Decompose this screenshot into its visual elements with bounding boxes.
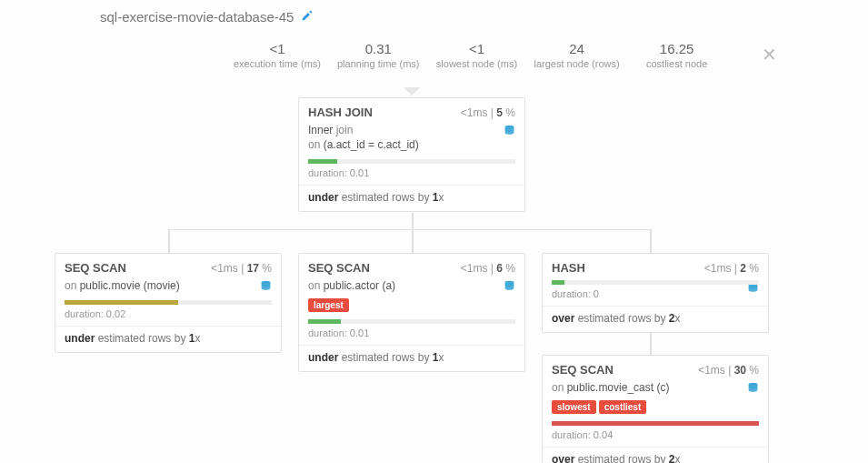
connector — [650, 333, 652, 355]
metrics-row: <1 execution time (ms) 0.31 planning tim… — [234, 41, 777, 69]
metric-execution-time: <1 execution time (ms) — [234, 41, 321, 69]
estimate-label: over estimated rows by 2x — [552, 312, 759, 325]
plan-title: sql-exercise-movie-database-45 — [100, 9, 294, 25]
connector — [650, 229, 652, 253]
metric-largest-node: 24 largest node (rows) — [534, 41, 619, 69]
plan-title-row: sql-exercise-movie-database-45 — [100, 9, 314, 25]
node-stats: <1ms | 5 % — [461, 106, 515, 119]
metric-planning-time: 0.31 planning time (ms) — [337, 41, 419, 69]
node-seq-scan-actor[interactable]: SEQ SCAN <1ms | 6 % on public.actor (a) … — [298, 253, 525, 372]
node-seq-scan-movie[interactable]: SEQ SCAN <1ms | 17 % on public.movie (mo… — [55, 253, 282, 353]
node-title: SEQ SCAN — [552, 363, 614, 377]
duration-label: duration: 0.01 — [308, 327, 515, 338]
node-title: HASH — [552, 261, 585, 275]
connector — [168, 229, 170, 253]
node-seq-scan-movie-cast[interactable]: SEQ SCAN <1ms | 30 % on public.movie_cas… — [542, 355, 769, 463]
estimate-label: under estimated rows by 1x — [308, 351, 515, 364]
database-icon[interactable] — [504, 125, 515, 139]
node-stats: <1ms | 17 % — [211, 262, 272, 275]
duration-label: duration: 0.02 — [65, 308, 272, 319]
duration-label: duration: 0 — [552, 288, 759, 299]
duration-label: duration: 0.01 — [308, 167, 515, 178]
pointer-down-icon — [404, 87, 420, 96]
connector — [168, 229, 650, 253]
duration-bar — [552, 280, 759, 285]
node-detail: on public.movie (movie) — [65, 278, 272, 293]
node-title: HASH JOIN — [308, 106, 373, 119]
tag-largest: largest — [308, 298, 349, 312]
node-detail: on public.movie_cast (c) — [552, 380, 759, 395]
node-title: SEQ SCAN — [65, 261, 126, 275]
tag-costliest: costliest — [599, 400, 647, 414]
duration-bar — [65, 300, 272, 305]
node-stats: <1ms | 2 % — [704, 262, 759, 275]
pencil-icon[interactable] — [301, 9, 314, 25]
node-detail: Inner joinon (a.act_id = c.act_id) — [308, 123, 515, 152]
node-tags: slowestcostliest — [552, 400, 759, 414]
database-icon[interactable] — [260, 280, 272, 295]
estimate-label: under estimated rows by 1x — [308, 191, 515, 204]
database-icon[interactable] — [747, 382, 759, 397]
estimate-label: under estimated rows by 1x — [65, 332, 272, 345]
duration-bar — [552, 421, 759, 426]
connector — [412, 213, 414, 253]
metric-costliest-node: 16.25 costliest node — [636, 41, 718, 69]
duration-bar — [308, 319, 515, 324]
node-stats: <1ms | 6 % — [461, 262, 515, 275]
node-stats: <1ms | 30 % — [698, 364, 759, 377]
node-hash-join[interactable]: HASH JOIN <1ms | 5 % Inner joinon (a.act… — [298, 97, 525, 212]
metric-slowest-node: <1 slowest node (ms) — [435, 41, 517, 69]
node-title: SEQ SCAN — [308, 261, 370, 275]
tag-slowest: slowest — [552, 400, 596, 414]
node-hash[interactable]: HASH <1ms | 2 % duration: 0 over estimat… — [542, 253, 769, 333]
estimate-label: over estimated rows by 2x — [552, 453, 759, 463]
close-icon[interactable]: ✕ — [734, 41, 777, 68]
node-detail: on public.actor (a) — [308, 278, 515, 293]
database-icon[interactable] — [504, 280, 515, 295]
node-tags: largest — [308, 298, 515, 312]
duration-bar — [308, 159, 515, 164]
duration-label: duration: 0.04 — [552, 429, 759, 440]
